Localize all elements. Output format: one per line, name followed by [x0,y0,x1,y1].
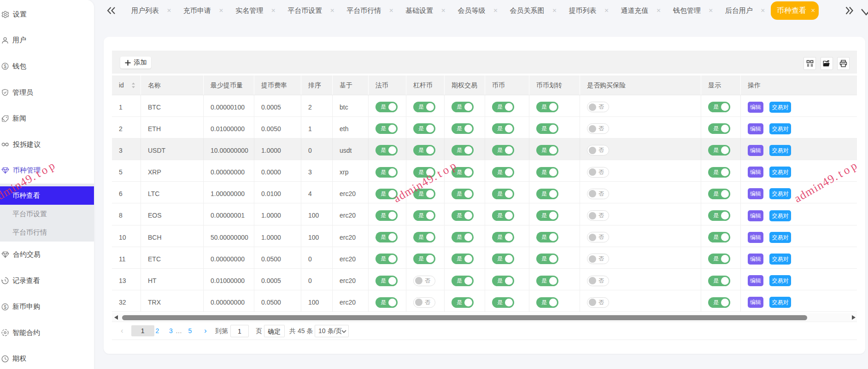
svg-text:$: $ [4,64,6,69]
svg-text:$: $ [4,304,6,309]
